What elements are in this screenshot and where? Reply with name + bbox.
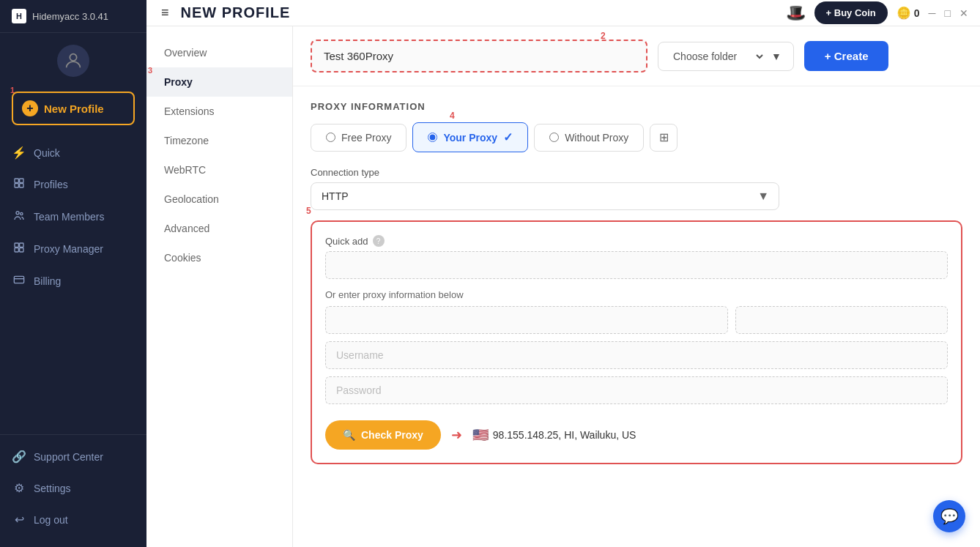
free-proxy-option[interactable]: Free Proxy [311,124,407,152]
sub-nav-cookies[interactable]: Cookies [146,243,292,272]
hamburger-icon[interactable]: ≡ [161,5,169,21]
main-area: ≡ NEW PROFILE 🎩 + Buy Coin 🪙 0 ─ □ ✕ Ove… [146,0,980,547]
flag-icon: 🇺🇸 [472,427,489,443]
svg-rect-1 [15,179,18,182]
minimize-button[interactable]: ─ [929,7,936,19]
sidebar-bottom: 🔗 Support Center ⚙ Settings ↩ Log out [0,434,146,547]
sidebar: H Hidemyacc 3.0.41 + New Profile ⚡ Quick… [0,0,146,547]
sub-nav-webrtc[interactable]: WebRTC [146,155,292,185]
title-bar: ≡ NEW PROFILE 🎩 + Buy Coin 🪙 0 ─ □ ✕ [146,0,980,26]
buy-coin-button[interactable]: + Buy Coin [814,1,888,24]
sidebar-settings-label: Settings [34,483,71,494]
chat-icon: 💬 [940,507,959,525]
page-title: NEW PROFILE [181,4,291,21]
svg-rect-10 [20,248,23,252]
sidebar-item-label: Quick [34,147,60,159]
dropdown-arrow: ▼ [771,51,782,62]
quick-add-label-row: Quick add ? [325,235,948,247]
close-button[interactable]: ✕ [959,7,968,19]
coin-display: 🪙 0 [897,6,920,20]
free-proxy-label: Free Proxy [341,132,391,144]
sub-nav-overview[interactable]: Overview [146,38,292,67]
sidebar-header: H Hidemyacc 3.0.41 [0,0,146,33]
app-title: Hidemyacc 3.0.41 [32,11,108,22]
settings-icon: ⚙ [12,481,26,495]
sub-nav-geolocation[interactable]: Geolocation [146,185,292,214]
proxy-section-label: PROXY INFORMATION [311,101,962,112]
host-port-row [325,306,948,334]
check-proxy-area: 🔍 Check Proxy ➜ 🇺🇸 98.155.148.25, HI, Wa… [325,420,948,450]
your-proxy-label: Your Proxy [443,132,497,144]
form-area: 2 Choose folder ▼ + Create PROXY INFORMA… [293,26,980,547]
avatar [57,45,89,77]
password-input[interactable] [325,376,948,404]
sidebar-item-proxy-manager[interactable]: Proxy Manager [0,233,146,265]
header-left: ≡ NEW PROFILE [161,4,290,21]
folder-select-wrapper[interactable]: Choose folder ▼ [658,42,794,71]
maximize-button[interactable]: □ [945,7,951,19]
app-logo: H [12,9,26,23]
create-label: + Create [825,50,869,62]
quick-add-input[interactable] [325,251,948,279]
proxy-icon-btn[interactable]: ⊞ [650,124,678,152]
proxy-form-body: PROXY INFORMATION 4 Free Proxy Your Prox… [293,86,980,547]
your-proxy-radio[interactable] [428,133,437,142]
connection-type-group: Connection type HTTP HTTPS SOCKS4 SOCKS5… [311,167,962,210]
arrow-icon: ➜ [451,427,462,443]
sub-nav-advanced[interactable]: Advanced [146,214,292,243]
profiles-icon [12,177,26,192]
sidebar-item-team[interactable]: Team Members [0,201,146,233]
quick-icon: ⚡ [12,146,26,160]
sub-nav-timezone[interactable]: Timezone [146,126,292,155]
sub-nav-proxy[interactable]: 3 Proxy [146,67,292,97]
coin-count: 0 [914,7,920,19]
check-proxy-button[interactable]: 🔍 Check Proxy [325,420,441,450]
svg-rect-2 [20,179,23,182]
hat-icon: 🎩 [786,4,806,23]
step-2-label: 2 [601,31,606,41]
proxy-result: 🇺🇸 98.155.148.25, HI, Wailuku, US [472,427,636,443]
sidebar-item-quick[interactable]: ⚡ Quick [0,137,146,168]
sidebar-item-profiles[interactable]: Profiles [0,168,146,201]
header-actions: 🎩 + Buy Coin 🪙 0 ─ □ ✕ [786,1,968,24]
user-avatar-area [0,33,146,89]
sidebar-item-billing[interactable]: Billing [0,265,146,297]
svg-point-5 [16,212,19,215]
sidebar-support-label: Support Center [34,451,103,463]
sub-nav-extensions[interactable]: Extensions [146,97,292,126]
step-5-label: 5 [306,206,311,216]
port-input[interactable] [735,306,948,334]
sidebar-team-label: Team Members [34,211,104,223]
quick-add-help-icon[interactable]: ? [373,235,385,247]
free-proxy-radio[interactable] [326,133,335,142]
step-3-label: 3 [148,66,152,75]
team-icon [12,209,26,224]
profile-name-input[interactable] [311,40,647,72]
new-profile-button[interactable]: + New Profile [12,92,135,125]
create-button[interactable]: + Create [804,41,889,71]
folder-select[interactable]: Choose folder [670,50,765,63]
without-proxy-radio[interactable] [549,133,559,142]
coin-icon: 🪙 [897,6,911,20]
sidebar-item-settings[interactable]: ⚙ Settings [0,472,146,504]
content-wrapper: Overview 3 Proxy Extensions Timezone Web… [146,26,980,547]
plus-icon: + [22,100,38,116]
search-icon: 🔍 [343,429,355,441]
sidebar-logout-label: Log out [34,514,68,526]
sidebar-item-support[interactable]: 🔗 Support Center [0,441,146,472]
connection-type-select[interactable]: HTTP HTTPS SOCKS4 SOCKS5 [311,182,779,210]
username-input[interactable] [325,341,948,369]
svg-rect-4 [20,184,23,187]
without-proxy-option[interactable]: Without Proxy [534,124,644,152]
your-proxy-option[interactable]: Your Proxy ✓ [412,122,528,152]
sidebar-item-logout[interactable]: ↩ Log out [0,504,146,535]
host-input[interactable] [325,306,728,334]
chat-button[interactable]: 💬 [933,500,965,532]
svg-point-6 [21,212,23,215]
svg-rect-11 [14,276,23,283]
sidebar-billing-label: Billing [34,275,61,287]
proxy-manager-icon [12,242,26,256]
svg-rect-3 [15,184,18,187]
without-proxy-label: Without Proxy [565,132,628,144]
quick-add-group: Quick add ? [325,235,948,279]
